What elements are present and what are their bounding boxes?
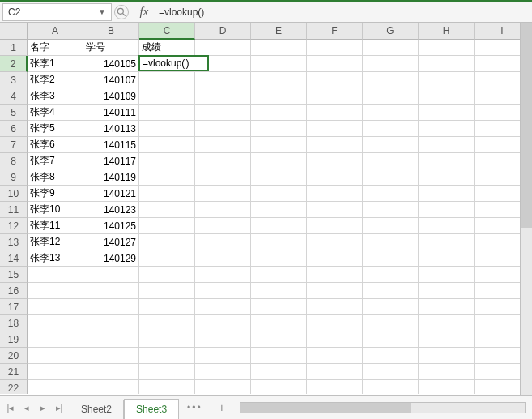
cell-A8[interactable]: 张李7 <box>28 153 83 169</box>
cell-F9[interactable] <box>307 169 363 186</box>
row-header-9[interactable]: 9 <box>0 169 28 186</box>
chevron-down-icon[interactable]: ▼ <box>98 7 106 16</box>
vertical-scrollbar-thumb[interactable] <box>521 23 532 228</box>
cell-H22[interactable] <box>419 380 475 394</box>
row-header-8[interactable]: 8 <box>0 153 28 169</box>
column-header-F[interactable]: F <box>307 23 363 40</box>
cell-C3[interactable] <box>139 72 195 88</box>
cell-H21[interactable] <box>419 364 475 380</box>
cell-A7[interactable]: 张李6 <box>28 137 83 153</box>
tab-nav-prev[interactable]: ◂ <box>19 400 34 416</box>
cell-B1[interactable]: 学号 <box>83 40 139 56</box>
cell-G16[interactable] <box>363 283 419 299</box>
search-icon[interactable] <box>114 5 129 19</box>
cell-C1[interactable]: 成绩 <box>139 40 195 56</box>
cell-B7[interactable]: 140115 <box>83 137 139 153</box>
cell-A2[interactable]: 张李1 <box>28 56 83 72</box>
cell-G12[interactable] <box>363 218 419 234</box>
cell-E9[interactable] <box>251 169 307 186</box>
cell-G18[interactable] <box>363 315 419 331</box>
row-header-3[interactable]: 3 <box>0 72 28 88</box>
cell-E15[interactable] <box>251 267 307 283</box>
cell-E11[interactable] <box>251 202 307 218</box>
cell-C11[interactable] <box>139 202 195 218</box>
cell-F7[interactable] <box>307 137 363 153</box>
cell-G22[interactable] <box>363 380 419 394</box>
cell-F10[interactable] <box>307 186 363 202</box>
cell-F8[interactable] <box>307 153 363 169</box>
row-header-20[interactable]: 20 <box>0 348 28 364</box>
cell-C5[interactable] <box>139 105 195 121</box>
cell-B13[interactable]: 140127 <box>83 234 139 250</box>
cells-area[interactable]: 名字学号成绩张李1140105张李2140107张李3140109张李41401… <box>28 40 532 394</box>
cell-C21[interactable] <box>139 364 195 380</box>
tabs-more-button[interactable]: ••• <box>179 398 211 417</box>
cell-E5[interactable] <box>251 105 307 121</box>
cell-G19[interactable] <box>363 331 419 348</box>
cell-B9[interactable]: 140119 <box>83 169 139 186</box>
cell-F1[interactable] <box>307 40 363 56</box>
fx-button[interactable]: fx <box>134 3 154 21</box>
cell-F19[interactable] <box>307 331 363 348</box>
cell-E21[interactable] <box>251 364 307 380</box>
cell-E8[interactable] <box>251 153 307 169</box>
horizontal-scrollbar-thumb[interactable] <box>240 403 411 413</box>
cell-H11[interactable] <box>419 202 475 218</box>
cell-F3[interactable] <box>307 72 363 88</box>
cell-G8[interactable] <box>363 153 419 169</box>
cell-C17[interactable] <box>139 299 195 315</box>
cell-G3[interactable] <box>363 72 419 88</box>
cell-H8[interactable] <box>419 153 475 169</box>
cell-E1[interactable] <box>251 40 307 56</box>
cell-A20[interactable] <box>28 348 83 364</box>
cell-G7[interactable] <box>363 137 419 153</box>
tab-nav-last[interactable]: ▸| <box>52 400 66 416</box>
cell-D10[interactable] <box>195 186 251 202</box>
cell-B18[interactable] <box>83 315 139 331</box>
cell-F5[interactable] <box>307 105 363 121</box>
cell-E14[interactable] <box>251 250 307 267</box>
cell-A18[interactable] <box>28 315 83 331</box>
cell-H7[interactable] <box>419 137 475 153</box>
cell-B12[interactable]: 140125 <box>83 218 139 234</box>
cell-E3[interactable] <box>251 72 307 88</box>
cell-F11[interactable] <box>307 202 363 218</box>
cell-B11[interactable]: 140123 <box>83 202 139 218</box>
cell-F4[interactable] <box>307 88 363 105</box>
cell-B8[interactable]: 140117 <box>83 153 139 169</box>
cell-E13[interactable] <box>251 234 307 250</box>
cell-E10[interactable] <box>251 186 307 202</box>
cell-F14[interactable] <box>307 250 363 267</box>
row-header-2[interactable]: 2 <box>0 56 28 72</box>
cell-F2[interactable] <box>307 56 363 72</box>
cell-F22[interactable] <box>307 380 363 394</box>
cell-C16[interactable] <box>139 283 195 299</box>
cell-B22[interactable] <box>83 380 139 394</box>
sheet-tab-sheet3[interactable]: Sheet3 <box>124 399 179 419</box>
column-header-B[interactable]: B <box>83 23 139 40</box>
cell-D11[interactable] <box>195 202 251 218</box>
cell-A14[interactable]: 张李13 <box>28 250 83 267</box>
cell-E20[interactable] <box>251 348 307 364</box>
cell-G15[interactable] <box>363 267 419 283</box>
row-header-7[interactable]: 7 <box>0 137 28 153</box>
cell-B5[interactable]: 140111 <box>83 105 139 121</box>
cell-C6[interactable] <box>139 121 195 137</box>
cell-A10[interactable]: 张李9 <box>28 186 83 202</box>
cell-G4[interactable] <box>363 88 419 105</box>
cell-C19[interactable] <box>139 331 195 348</box>
cell-D17[interactable] <box>195 299 251 315</box>
cell-A17[interactable] <box>28 299 83 315</box>
name-box[interactable]: C2 ▼ <box>2 3 112 21</box>
cell-E22[interactable] <box>251 380 307 394</box>
cell-G9[interactable] <box>363 169 419 186</box>
cell-E19[interactable] <box>251 331 307 348</box>
cell-D14[interactable] <box>195 250 251 267</box>
row-header-13[interactable]: 13 <box>0 234 28 250</box>
cell-A22[interactable] <box>28 380 83 394</box>
cell-D13[interactable] <box>195 234 251 250</box>
cell-D12[interactable] <box>195 218 251 234</box>
cell-F6[interactable] <box>307 121 363 137</box>
cell-E6[interactable] <box>251 121 307 137</box>
cell-C15[interactable] <box>139 267 195 283</box>
